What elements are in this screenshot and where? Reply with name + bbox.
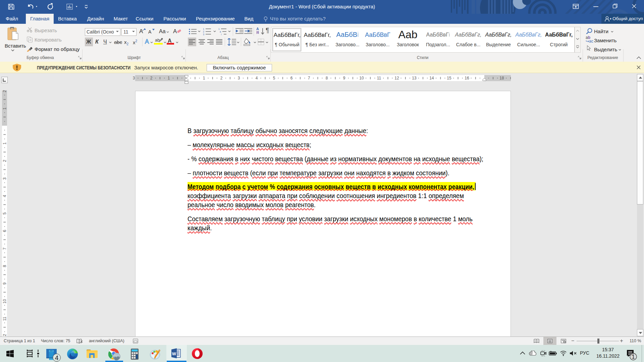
svg-text:1: 1	[203, 28, 204, 30]
svg-text:a: a	[220, 31, 221, 33]
svg-text:i: i	[221, 33, 222, 35]
svg-text:2: 2	[203, 31, 204, 33]
svg-text:1: 1	[218, 28, 220, 30]
svg-text:4: 4	[55, 354, 59, 361]
svg-text:1: 1	[632, 354, 635, 360]
svg-text:3: 3	[203, 33, 204, 35]
svg-text:W: W	[172, 351, 176, 356]
